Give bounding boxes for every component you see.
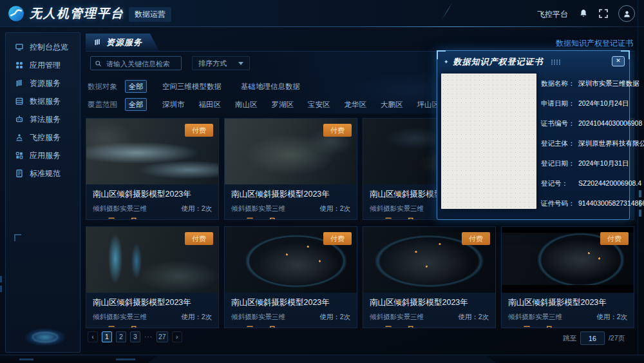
search-icon [95,60,102,67]
bell-icon[interactable] [578,8,589,19]
pagination: ‹ 123 ··· 27 › [88,331,182,342]
filter-all-button[interactable]: 全部 [125,98,147,111]
filter-option[interactable]: 坪山区 [417,100,440,110]
sidebar-item-label: 资源服务 [30,78,61,89]
last-page-button[interactable]: 27 [156,331,168,342]
filter-option[interactable]: 福田区 [199,100,222,110]
card-price: 399元/㎡/月 [93,325,138,328]
field-value: 深圳原世界科技有限公司 [578,137,644,149]
book-icon [93,38,102,46]
sidebar-item[interactable]: 数据服务 [6,92,80,110]
sidebar-item-icon [15,151,24,160]
app-title: 无人机管理平台 [30,5,124,22]
filter-row-data-object: 数据对象 全部 空间三维模型数据基础地理信息数据 [88,80,300,93]
filter-option[interactable]: 大鹏区 [381,100,403,110]
prev-page-button[interactable]: ‹ [88,331,98,342]
sort-dropdown[interactable]: 排序方式 [192,56,250,70]
paid-badge: 付费 [185,232,213,245]
field-value: 2024年10月24日 [578,97,629,109]
card-tag: 倾斜摄影实景三维 [93,313,147,322]
field-label: 证书编号： [541,117,578,129]
modal-title: ✦ 数据知识产权登记证书 [444,56,561,68]
filter-option[interactable]: 基础地理信息数据 [241,82,300,92]
sidebar-item-icon [15,97,24,106]
page-button[interactable]: 1 [102,331,112,342]
field-label: 数据名称： [541,77,578,89]
search-input[interactable] [105,57,181,70]
bottom-dash [116,358,135,360]
filter-label: 覆盖范围 [88,100,125,110]
close-icon[interactable]: ✕ [612,56,625,66]
sidebar-item-icon [15,169,24,178]
resource-card[interactable]: 付费 南山区倾斜摄影模型2023年 倾斜摄影实景三维 使用：2次 399元/㎡/… [86,226,219,328]
user-avatar[interactable] [618,5,635,22]
bottom-frame-bar [0,355,644,363]
sidebar-menu: 控制台总览 应用管理 资源服务 数据服务 [6,38,80,182]
top-header: 无人机管理平台 数据运营 飞控平台 [0,0,644,27]
sidebar-item-icon [15,61,24,70]
card-tag: 倾斜摄影实景三维 [370,313,424,322]
sidebar-item[interactable]: 应用管理 [6,56,80,74]
sidebar-item[interactable]: 飞控服务 [6,128,80,146]
paid-badge: 付费 [323,232,352,245]
certificate-field-row: 证书编号： 20241044030006908 [541,117,627,129]
jump-page-input[interactable] [580,331,605,345]
resource-card[interactable]: 付费 南山区倾斜摄影模型2023年 倾斜摄影实景三维 使用：2次 399元/㎡/… [501,226,634,328]
card-tag: 倾斜摄影实景三维 [93,204,147,213]
sidebar-item-label: 应用服务 [30,150,61,161]
filter-option[interactable]: 龙华区 [345,100,367,110]
card-price: 399元/㎡/月 [370,217,415,220]
field-value: SZ2024420006908.4 [578,177,641,189]
certificate-field-row: 登记号： SZ2024420006908.4 [541,177,627,189]
diamond-bullet-icon: ✦ [444,59,450,65]
sidebar-item[interactable]: 应用服务 [6,146,80,164]
sidebar-item-icon [15,43,24,52]
filter-option[interactable]: 南山区 [235,100,258,110]
sidebar-item[interactable]: 资源服务 [6,74,80,92]
card-tag: 倾斜摄影实景三维 [370,204,424,213]
filter-option[interactable]: 空间三维模型数据 [162,82,222,92]
card-tag: 倾斜摄影实景三维 [508,313,562,322]
header-deco-slash [442,3,453,19]
field-label: 证件号码： [541,197,578,209]
resource-card[interactable]: 付费 南山区倾斜摄影模型2023年 倾斜摄影实景三维 使用：2次 399元/㎡/… [224,118,357,220]
page-button[interactable]: 3 [130,331,140,342]
search-box [90,56,182,70]
card-price: 399元/㎡/月 [231,325,277,328]
resource-card[interactable]: 付费 南山区倾斜摄影模型2023年 倾斜摄影实景三维 使用：2次 399元/㎡/… [224,226,357,328]
card-price: 399元/㎡/月 [508,325,554,328]
resource-card[interactable]: 付费 南山区倾斜摄影模型2023年 倾斜摄影实景三维 使用：2次 399元/㎡/… [86,118,219,220]
user-icon [622,9,632,19]
card-update-time: 更新时间：2024-10 [156,219,212,220]
filter-all-button[interactable]: 全部 [125,80,147,93]
page-button[interactable]: 2 [116,331,126,342]
sidebar-item[interactable]: 算法服务 [6,110,80,128]
total-pages-label: /27页 [609,334,625,343]
holo-glow-decoration [17,326,73,348]
paid-badge: 付费 [462,232,490,245]
flight-platform-link[interactable]: 飞控平台 [537,9,568,20]
certificate-image [441,74,536,209]
card-thumbnail: 付费 [225,227,357,293]
sidebar-item[interactable]: 控制台总览 [6,38,80,56]
sidebar-item-label: 标准规范 [30,168,61,179]
card-price: 399元/㎡/月 [370,325,415,328]
filter-option[interactable]: 宝安区 [308,100,330,110]
filter-option[interactable]: 深圳市 [162,100,185,110]
sidebar-item[interactable]: 标准规范 [6,164,80,182]
next-page-button[interactable]: › [172,331,182,342]
tab-resource-services[interactable]: 资源服务 [86,34,159,51]
filter-option[interactable]: 罗湖区 [272,100,294,110]
resource-card[interactable]: 付费 南山区倾斜摄影模型2023年 倾斜摄影实景三维 使用：2次 399元/㎡/… [363,226,496,328]
nav-tab-data-operation[interactable]: 数据运营 [129,7,171,22]
sidebar-collapse-icon[interactable] [14,234,21,241]
sidebar-item-icon [15,79,24,88]
filter-row-coverage: 覆盖范围 全部 深圳市福田区南山区罗湖区宝安区龙华区大鹏区坪山区 [88,98,439,111]
field-value: 20241044030006908 [578,117,642,129]
cert-registry-link[interactable]: 数据知识产权登记证书 [556,38,633,49]
fullscreen-icon[interactable] [598,8,609,19]
sidebar-item-label: 算法服务 [30,114,61,125]
card-thumbnail: 付费 [363,227,495,293]
card-price: 399元/㎡/月 [93,217,138,220]
sort-label: 排序方式 [198,59,227,68]
